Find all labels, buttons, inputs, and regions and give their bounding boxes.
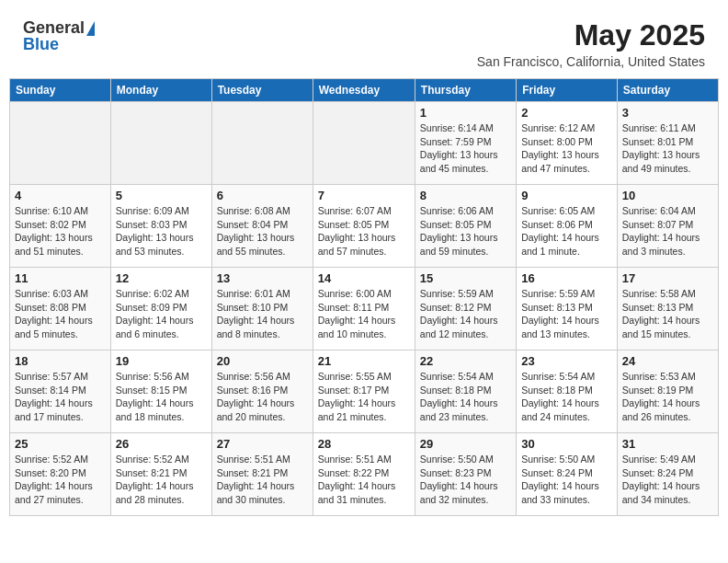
day-detail: Sunrise: 6:11 AMSunset: 8:01 PMDaylight:… (622, 121, 713, 176)
table-row: 14Sunrise: 6:00 AMSunset: 8:11 PMDayligh… (313, 268, 415, 350)
day-number: 11 (15, 271, 106, 285)
day-detail: Sunrise: 6:14 AMSunset: 7:59 PMDaylight:… (420, 121, 511, 176)
day-number: 1 (420, 106, 511, 120)
day-number: 12 (116, 271, 207, 285)
day-number: 17 (622, 271, 713, 285)
day-detail: Sunrise: 6:08 AMSunset: 8:04 PMDaylight:… (217, 204, 308, 259)
day-number: 27 (217, 437, 308, 451)
calendar-week-row: 4Sunrise: 6:10 AMSunset: 8:02 PMDaylight… (10, 185, 719, 268)
col-saturday: Saturday (617, 79, 718, 102)
day-detail: Sunrise: 5:51 AMSunset: 8:21 PMDaylight:… (217, 453, 308, 507)
table-row: 13Sunrise: 6:01 AMSunset: 8:10 PMDayligh… (211, 268, 313, 350)
day-number: 29 (420, 437, 511, 451)
table-row: 21Sunrise: 5:55 AMSunset: 8:17 PMDayligh… (313, 350, 415, 433)
day-number: 19 (116, 354, 207, 368)
day-number: 9 (521, 189, 612, 202)
table-row: 8Sunrise: 6:06 AMSunset: 8:05 PMDaylight… (415, 185, 516, 268)
col-sunday: Sunday (10, 79, 111, 102)
calendar-week-row: 1Sunrise: 6:14 AMSunset: 7:59 PMDaylight… (10, 102, 719, 185)
day-number: 16 (521, 271, 612, 285)
table-row: 9Sunrise: 6:05 AMSunset: 8:06 PMDaylight… (517, 185, 618, 268)
table-row: 26Sunrise: 5:52 AMSunset: 8:21 PMDayligh… (110, 433, 211, 516)
day-detail: Sunrise: 5:50 AMSunset: 8:24 PMDaylight:… (521, 453, 612, 507)
table-row: 12Sunrise: 6:02 AMSunset: 8:09 PMDayligh… (110, 268, 211, 350)
day-number: 10 (622, 189, 713, 202)
table-row: 25Sunrise: 5:52 AMSunset: 8:20 PMDayligh… (10, 433, 111, 516)
day-detail: Sunrise: 5:51 AMSunset: 8:22 PMDaylight:… (318, 453, 410, 507)
title-area: May 2025 San Francisco, California, Unit… (477, 18, 705, 69)
day-detail: Sunrise: 5:57 AMSunset: 8:14 PMDaylight:… (15, 370, 106, 424)
day-number: 24 (622, 354, 713, 368)
table-row (211, 102, 313, 185)
table-row (10, 102, 111, 185)
day-number: 6 (217, 189, 308, 202)
table-row: 20Sunrise: 5:56 AMSunset: 8:16 PMDayligh… (211, 350, 313, 433)
day-number: 3 (622, 106, 713, 120)
calendar-week-row: 18Sunrise: 5:57 AMSunset: 8:14 PMDayligh… (10, 350, 719, 433)
table-row: 19Sunrise: 5:56 AMSunset: 8:15 PMDayligh… (110, 350, 211, 433)
table-row: 16Sunrise: 5:59 AMSunset: 8:13 PMDayligh… (517, 268, 618, 350)
day-detail: Sunrise: 6:12 AMSunset: 8:00 PMDaylight:… (521, 121, 612, 176)
table-row: 6Sunrise: 6:08 AMSunset: 8:04 PMDaylight… (211, 185, 313, 268)
day-detail: Sunrise: 6:09 AMSunset: 8:03 PMDaylight:… (116, 204, 207, 259)
table-row: 17Sunrise: 5:58 AMSunset: 8:13 PMDayligh… (617, 268, 718, 350)
table-row: 29Sunrise: 5:50 AMSunset: 8:23 PMDayligh… (415, 433, 516, 516)
day-number: 22 (420, 354, 511, 368)
table-row: 22Sunrise: 5:54 AMSunset: 8:18 PMDayligh… (415, 350, 516, 433)
day-number: 2 (521, 106, 612, 120)
day-number: 5 (116, 189, 207, 202)
day-number: 21 (318, 354, 410, 368)
table-row: 23Sunrise: 5:54 AMSunset: 8:18 PMDayligh… (517, 350, 618, 433)
table-row: 5Sunrise: 6:09 AMSunset: 8:03 PMDaylight… (110, 185, 211, 268)
table-row: 7Sunrise: 6:07 AMSunset: 8:05 PMDaylight… (313, 185, 415, 268)
logo: General Blue (23, 18, 95, 54)
table-row: 30Sunrise: 5:50 AMSunset: 8:24 PMDayligh… (517, 433, 618, 516)
day-detail: Sunrise: 5:50 AMSunset: 8:23 PMDaylight:… (420, 453, 511, 507)
day-number: 4 (15, 189, 106, 202)
day-number: 31 (622, 437, 713, 451)
day-number: 14 (318, 271, 410, 285)
day-detail: Sunrise: 5:54 AMSunset: 8:18 PMDaylight:… (420, 370, 511, 424)
location-label: San Francisco, California, United States (477, 54, 705, 69)
day-number: 7 (318, 189, 410, 202)
table-row: 28Sunrise: 5:51 AMSunset: 8:22 PMDayligh… (313, 433, 415, 516)
calendar-table: Sunday Monday Tuesday Wednesday Thursday… (9, 78, 719, 516)
table-row: 10Sunrise: 6:04 AMSunset: 8:07 PMDayligh… (617, 185, 718, 268)
col-thursday: Thursday (415, 79, 516, 102)
day-detail: Sunrise: 5:59 AMSunset: 8:13 PMDaylight:… (521, 287, 612, 341)
day-detail: Sunrise: 5:53 AMSunset: 8:19 PMDaylight:… (622, 370, 713, 424)
logo-triangle-icon (86, 21, 95, 36)
table-row: 1Sunrise: 6:14 AMSunset: 7:59 PMDaylight… (415, 102, 516, 185)
table-row: 31Sunrise: 5:49 AMSunset: 8:24 PMDayligh… (617, 433, 718, 516)
day-detail: Sunrise: 5:59 AMSunset: 8:12 PMDaylight:… (420, 287, 511, 341)
table-row: 15Sunrise: 5:59 AMSunset: 8:12 PMDayligh… (415, 268, 516, 350)
day-detail: Sunrise: 5:58 AMSunset: 8:13 PMDaylight:… (622, 287, 713, 341)
day-detail: Sunrise: 6:05 AMSunset: 8:06 PMDaylight:… (521, 204, 612, 259)
day-number: 20 (217, 354, 308, 368)
table-row: 27Sunrise: 5:51 AMSunset: 8:21 PMDayligh… (211, 433, 313, 516)
day-number: 28 (318, 437, 410, 451)
col-monday: Monday (110, 79, 211, 102)
table-row: 18Sunrise: 5:57 AMSunset: 8:14 PMDayligh… (10, 350, 111, 433)
day-detail: Sunrise: 5:56 AMSunset: 8:15 PMDaylight:… (116, 370, 207, 424)
day-number: 18 (15, 354, 106, 368)
logo-blue-text: Blue (23, 35, 59, 54)
day-number: 13 (217, 271, 308, 285)
day-number: 8 (420, 189, 511, 202)
day-detail: Sunrise: 5:54 AMSunset: 8:18 PMDaylight:… (521, 370, 612, 424)
day-detail: Sunrise: 6:06 AMSunset: 8:05 PMDaylight:… (420, 204, 511, 259)
day-detail: Sunrise: 5:49 AMSunset: 8:24 PMDaylight:… (622, 453, 713, 507)
day-detail: Sunrise: 5:52 AMSunset: 8:20 PMDaylight:… (15, 453, 106, 507)
day-number: 23 (521, 354, 612, 368)
col-friday: Friday (517, 79, 618, 102)
day-detail: Sunrise: 6:00 AMSunset: 8:11 PMDaylight:… (318, 287, 410, 341)
day-detail: Sunrise: 6:10 AMSunset: 8:02 PMDaylight:… (15, 204, 106, 259)
col-tuesday: Tuesday (211, 79, 313, 102)
day-number: 25 (15, 437, 106, 451)
table-row: 4Sunrise: 6:10 AMSunset: 8:02 PMDaylight… (10, 185, 111, 268)
table-row: 2Sunrise: 6:12 AMSunset: 8:00 PMDaylight… (517, 102, 618, 185)
table-row: 24Sunrise: 5:53 AMSunset: 8:19 PMDayligh… (617, 350, 718, 433)
day-detail: Sunrise: 6:03 AMSunset: 8:08 PMDaylight:… (15, 287, 106, 341)
col-wednesday: Wednesday (313, 79, 415, 102)
table-row (313, 102, 415, 185)
